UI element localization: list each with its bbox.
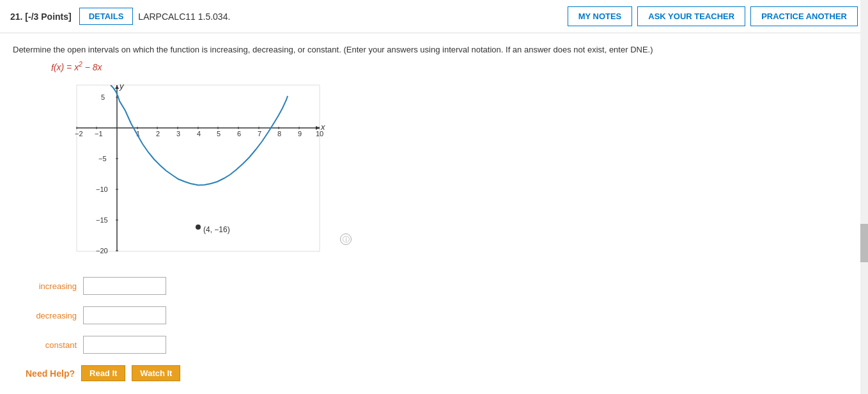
constant-label: constant bbox=[26, 340, 77, 350]
need-help-label: Need Help? bbox=[26, 368, 75, 379]
increasing-input[interactable] bbox=[83, 277, 166, 295]
svg-text:5: 5 bbox=[101, 93, 105, 101]
decreasing-label: decreasing bbox=[26, 311, 77, 320]
info-icon[interactable]: ⓘ bbox=[340, 233, 352, 245]
answer-fields: increasing decreasing constant bbox=[13, 277, 855, 354]
svg-text:2: 2 bbox=[156, 130, 160, 138]
function-text: f(x) = x2 − 8x bbox=[51, 62, 102, 72]
svg-text:−5: −5 bbox=[98, 155, 107, 162]
increasing-row: increasing bbox=[26, 277, 855, 295]
main-content: Determine the open intervals on which th… bbox=[0, 33, 868, 391]
svg-text:7: 7 bbox=[258, 130, 261, 138]
function-label: f(x) = x2 − 8x bbox=[51, 61, 855, 73]
details-button[interactable]: DETAILS bbox=[79, 8, 134, 25]
read-it-button[interactable]: Read It bbox=[81, 365, 125, 381]
svg-text:8: 8 bbox=[277, 130, 281, 138]
my-notes-button[interactable]: MY NOTES bbox=[568, 6, 633, 26]
svg-text:−15: −15 bbox=[96, 216, 108, 224]
need-help-section: Need Help? Read It Watch It bbox=[26, 365, 855, 381]
svg-text:4: 4 bbox=[197, 130, 201, 138]
svg-text:5: 5 bbox=[217, 130, 221, 138]
svg-text:−20: −20 bbox=[96, 247, 108, 255]
svg-text:6: 6 bbox=[237, 130, 241, 138]
svg-text:−2: −2 bbox=[75, 130, 83, 138]
increasing-label: increasing bbox=[26, 281, 77, 291]
practice-another-button[interactable]: PRACTICE ANOTHER bbox=[750, 6, 858, 26]
question-number: 21. [-/3 Points] bbox=[10, 12, 72, 22]
constant-row: constant bbox=[26, 336, 855, 354]
course-code: LARPCALC11 1.5.034. bbox=[138, 12, 567, 22]
svg-text:9: 9 bbox=[298, 130, 302, 138]
graph-container: x y −2 −1 1 2 3 4 5 6 7 8 bbox=[51, 79, 332, 264]
scrollbar[interactable] bbox=[860, 0, 868, 391]
ask-teacher-button[interactable]: ASK YOUR TEACHER bbox=[637, 6, 745, 26]
decreasing-input[interactable] bbox=[83, 306, 166, 324]
svg-text:−10: −10 bbox=[96, 185, 108, 193]
page-header: 21. [-/3 Points] DETAILS LARPCALC11 1.5.… bbox=[0, 0, 868, 33]
constant-input[interactable] bbox=[83, 336, 166, 354]
header-buttons: MY NOTES ASK YOUR TEACHER PRACTICE ANOTH… bbox=[568, 6, 858, 26]
vertex-dot bbox=[196, 225, 201, 230]
svg-text:3: 3 bbox=[176, 130, 180, 138]
decreasing-row: decreasing bbox=[26, 306, 855, 324]
vertex-label: (4, −16) bbox=[203, 225, 230, 234]
svg-text:−1: −1 bbox=[95, 130, 103, 138]
scrollbar-thumb[interactable] bbox=[860, 224, 868, 262]
problem-statement: Determine the open intervals on which th… bbox=[13, 43, 855, 56]
svg-text:10: 10 bbox=[316, 130, 323, 138]
graph-svg: x y −2 −1 1 2 3 4 5 6 7 8 bbox=[51, 79, 332, 264]
watch-it-button[interactable]: Watch It bbox=[132, 365, 180, 381]
